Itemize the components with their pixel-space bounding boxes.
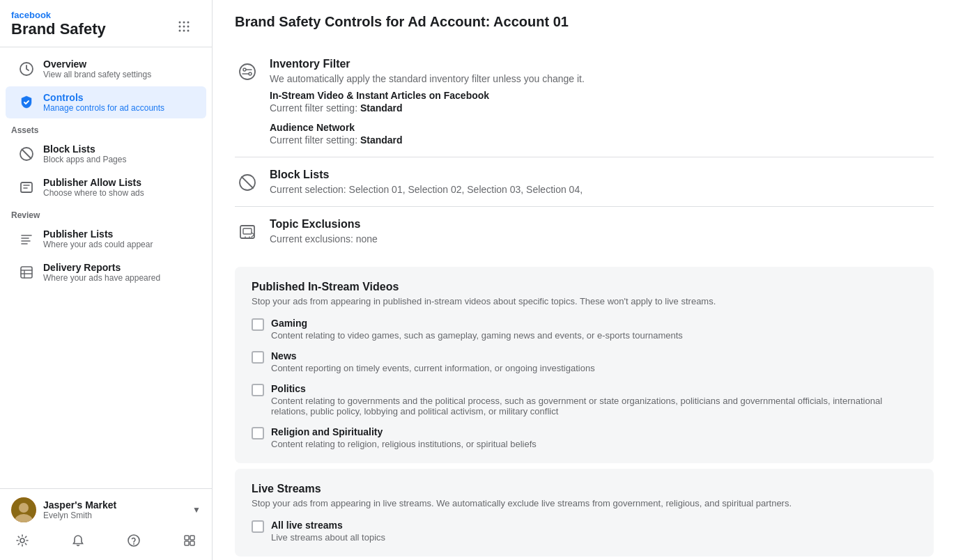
sidebar-item-publisher-allow-lists[interactable]: Publisher Allow Lists Choose where to sh… bbox=[6, 171, 206, 203]
svg-point-8 bbox=[187, 30, 190, 32]
published-instream-desc: Stop your ads from appearing in publishe… bbox=[252, 296, 917, 306]
svg-point-7 bbox=[183, 30, 185, 32]
svg-point-18 bbox=[133, 543, 134, 545]
published-instream-title: Published In-Stream Videos bbox=[252, 281, 917, 293]
politics-desc: Content relating to governments and the … bbox=[271, 396, 917, 417]
controls-sublabel: Manage controls for ad accounts bbox=[43, 103, 164, 113]
svg-rect-28 bbox=[243, 228, 252, 234]
svg-point-4 bbox=[183, 26, 185, 28]
instream-video-title: In-Stream Video & Instant Articles on Fa… bbox=[270, 90, 934, 101]
svg-rect-11 bbox=[21, 182, 32, 192]
live-streams-desc: Stop your ads from appearing in live str… bbox=[252, 498, 917, 508]
sidebar-item-delivery-reports[interactable]: Delivery Reports Where your ads have app… bbox=[6, 256, 206, 288]
assets-section-label: Assets bbox=[0, 120, 212, 138]
sidebar-bottom: Jasper's Market Evelyn Smith ▼ bbox=[0, 488, 212, 560]
all-live-streams-checkbox[interactable] bbox=[252, 520, 264, 533]
block-lists-sec-desc: Current selection: Selection 01, Selecti… bbox=[270, 184, 934, 195]
all-live-streams-label: All live streams bbox=[271, 520, 385, 531]
svg-rect-19 bbox=[185, 536, 189, 540]
bell-icon[interactable] bbox=[67, 529, 89, 552]
sidebar-item-publisher-lists[interactable]: Publisher Lists Where your ads could app… bbox=[6, 223, 206, 255]
svg-point-6 bbox=[179, 30, 181, 32]
topic-exclusions-title: Topic Exclusions bbox=[270, 218, 934, 231]
instream-video-value: Current filter setting: Standard bbox=[270, 102, 934, 114]
religion-checkbox-item: Religion and Spirituality Content relati… bbox=[252, 426, 917, 449]
gaming-checkbox-item: Gaming Content relating to video games, … bbox=[252, 318, 917, 341]
sidebar-nav: Overview View all brand safety settings … bbox=[0, 47, 212, 488]
svg-point-3 bbox=[179, 26, 181, 28]
delivery-reports-icon bbox=[17, 263, 36, 282]
politics-checkbox-item: Politics Content relating to governments… bbox=[252, 383, 917, 417]
inventory-filter-title: Inventory Filter bbox=[270, 58, 934, 70]
block-lists-sublabel: Block apps and Pages bbox=[43, 155, 126, 164]
religion-checkbox[interactable] bbox=[252, 427, 264, 440]
svg-rect-20 bbox=[190, 536, 194, 540]
dropdown-arrow-icon[interactable]: ▼ bbox=[192, 505, 201, 515]
svg-point-5 bbox=[187, 26, 190, 28]
overview-sublabel: View all brand safety settings bbox=[43, 70, 151, 79]
news-checkbox-item: News Content reporting on timely events,… bbox=[252, 350, 917, 373]
block-lists-sec-title: Block Lists bbox=[270, 169, 934, 181]
news-checkbox[interactable] bbox=[252, 351, 264, 364]
block-list-icon bbox=[17, 144, 36, 164]
user-name: Jasper's Market bbox=[43, 499, 185, 511]
religion-label: Religion and Spirituality bbox=[271, 426, 537, 437]
live-streams-panel: Live Streams Stop your ads from appearin… bbox=[235, 469, 934, 557]
svg-rect-22 bbox=[190, 541, 194, 545]
block-lists-label: Block Lists bbox=[43, 143, 126, 155]
audience-network-standard: Standard bbox=[360, 134, 403, 146]
main-content: Brand Safety Controls for Ad Account: Ac… bbox=[213, 0, 956, 560]
sidebar-item-controls[interactable]: Controls Manage controls for ad accounts bbox=[6, 86, 206, 118]
block-lists-section: Block Lists Current selection: Selection… bbox=[235, 157, 934, 207]
delivery-reports-sublabel: Where your ads have appeared bbox=[43, 273, 160, 283]
topic-exclusions-section: Topic Exclusions Current exclusions: non… bbox=[235, 207, 934, 256]
svg-rect-12 bbox=[21, 267, 32, 278]
page-title: Brand Safety Controls for Ad Account: Ac… bbox=[235, 14, 934, 30]
review-section-label: Review bbox=[0, 205, 212, 223]
sidebar: facebook Brand Safety bbox=[0, 0, 213, 560]
facebook-brand: facebook bbox=[11, 10, 106, 20]
user-email: Evelyn Smith bbox=[43, 511, 185, 520]
topic-exclusions-icon bbox=[235, 219, 260, 244]
grid-icon[interactable] bbox=[177, 20, 191, 33]
clock-icon bbox=[17, 59, 36, 79]
publisher-lists-label: Publisher Lists bbox=[43, 228, 153, 240]
overview-label: Overview bbox=[43, 59, 151, 70]
svg-point-16 bbox=[20, 538, 24, 543]
avatar bbox=[11, 497, 36, 522]
brand-safety-title: Brand Safety bbox=[11, 20, 106, 38]
gaming-checkbox[interactable] bbox=[252, 318, 264, 331]
delivery-reports-label: Delivery Reports bbox=[43, 262, 160, 273]
politics-checkbox[interactable] bbox=[252, 384, 264, 396]
settings-icon[interactable] bbox=[11, 529, 33, 552]
controls-label: Controls bbox=[43, 92, 164, 103]
publisher-allow-lists-label: Publisher Allow Lists bbox=[43, 177, 144, 188]
all-live-streams-desc: Live streams about all topics bbox=[271, 532, 385, 543]
svg-point-0 bbox=[179, 22, 181, 24]
sidebar-bottom-icons bbox=[11, 529, 201, 552]
publisher-lists-sublabel: Where your ads could appear bbox=[43, 240, 153, 249]
inventory-filter-desc: We automatically apply the standard inve… bbox=[270, 73, 934, 84]
inventory-filter-section: Inventory Filter We automatically apply … bbox=[235, 47, 934, 157]
religion-desc: Content relating to religion, religious … bbox=[271, 439, 537, 449]
help-icon[interactable] bbox=[123, 529, 145, 552]
grid-sm-icon[interactable] bbox=[178, 529, 201, 552]
sidebar-item-overview[interactable]: Overview View all brand safety settings bbox=[6, 53, 206, 85]
user-row[interactable]: Jasper's Market Evelyn Smith ▼ bbox=[11, 497, 201, 522]
filter-icon bbox=[235, 59, 260, 84]
sidebar-item-block-lists[interactable]: Block Lists Block apps and Pages bbox=[6, 138, 206, 170]
all-live-streams-item: All live streams Live streams about all … bbox=[252, 520, 917, 543]
svg-point-1 bbox=[183, 22, 185, 24]
shield-controls-icon bbox=[17, 93, 36, 112]
publisher-allow-lists-sublabel: Choose where to show ads bbox=[43, 188, 144, 198]
gaming-desc: Content relating to video games, such as… bbox=[271, 330, 683, 341]
live-streams-title: Live Streams bbox=[252, 483, 917, 495]
svg-point-23 bbox=[240, 64, 255, 79]
allow-list-icon bbox=[17, 178, 36, 197]
topic-exclusions-desc: Current exclusions: none bbox=[270, 233, 934, 244]
gaming-label: Gaming bbox=[271, 318, 683, 329]
block-lists-sec-icon bbox=[235, 170, 260, 195]
news-label: News bbox=[271, 350, 595, 361]
svg-rect-21 bbox=[185, 541, 189, 545]
audience-network-title: Audience Network bbox=[270, 122, 934, 133]
